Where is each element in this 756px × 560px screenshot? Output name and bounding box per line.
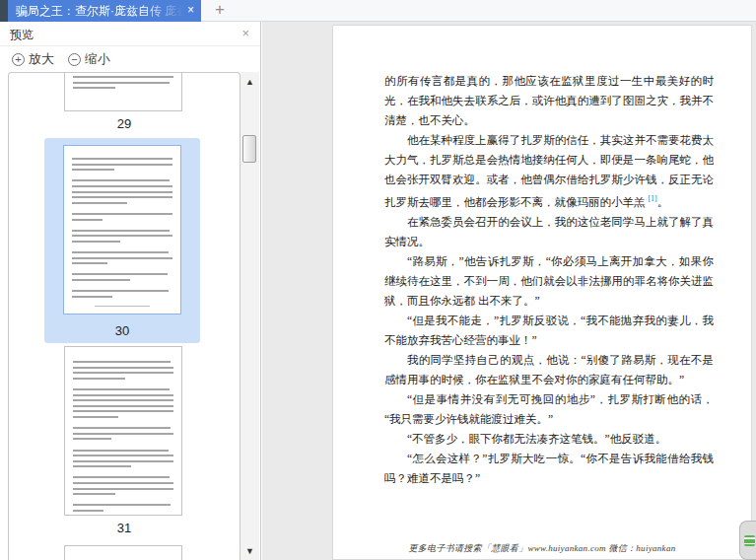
thumbnail-text-line xyxy=(73,460,173,462)
preview-sidebar: 预览 × + 放大 − 缩小 29 30 31 ▲ xyxy=(0,22,261,560)
page-paragraphs: 的所有传言都是真的，那他应该在监狱里度过一生中最美好的时光，在我和他失去联系之后… xyxy=(384,71,714,538)
tab-title: 骗局之王：查尔斯·庞兹自传 庞兹 xyxy=(16,0,184,22)
thumbnail-text-line xyxy=(72,202,127,204)
sidebar-scrollbar[interactable]: ▲ ▼ xyxy=(241,72,259,560)
paragraph: 的所有传言都是真的，那他应该在监狱里度过一生中最美好的时光，在我和他失去联系之后… xyxy=(384,71,714,130)
zoom-toolbar: + 放大 − 缩小 xyxy=(0,46,260,72)
thumbnail-text-line xyxy=(72,191,172,193)
thumbnail-text-line xyxy=(72,257,172,259)
tab-book[interactable]: 骗局之王：查尔斯·庞兹自传 庞兹 × xyxy=(8,0,201,22)
page-number-label: 30 xyxy=(44,323,200,338)
scroll-down-icon[interactable]: ▼ xyxy=(241,546,259,556)
thumbnail-text-line xyxy=(73,410,173,412)
reading-pane: 的所有传言都是真的，那他应该在监狱里度过一生中最美好的时光，在我和他失去联系之后… xyxy=(262,22,756,560)
paragraph: 我的同学坚持自己的观点，他说：“别傻了路易斯，现在不是感情用事的时候，你在监狱里… xyxy=(384,350,714,389)
thumbnail-text-line xyxy=(73,465,131,467)
thumbnail-text-line xyxy=(73,455,173,456)
paragraph: 在紧急委员会召开的会议上，我的这位老同学马上就了解了真实情况。 xyxy=(384,212,714,251)
thumbnail-text-line xyxy=(73,433,173,435)
thumbnail-text-line xyxy=(73,476,170,478)
thumbnail-text-line xyxy=(72,179,170,181)
thumbnail-text-line xyxy=(73,427,171,429)
thumbnail-text-line xyxy=(72,164,172,166)
thumbnail-text-line xyxy=(72,262,107,264)
scroll-up-icon[interactable]: ▲ xyxy=(241,77,259,87)
document-page: 的所有传言都是真的，那他应该在监狱里度过一生中最美好的时光，在我和他失去联系之后… xyxy=(332,25,752,560)
page-number-label: 29 xyxy=(9,116,240,131)
thumbnail-text-line xyxy=(73,76,173,78)
new-tab-button[interactable]: + xyxy=(210,0,230,22)
thumbnail-text-line xyxy=(72,196,172,198)
thumbnail-text-line xyxy=(73,510,103,512)
thumbnail-text-line xyxy=(73,488,173,490)
thumbnail-page-31[interactable] xyxy=(64,346,182,516)
tab-bar: 骗局之王：查尔斯·庞兹自传 庞兹 × + xyxy=(0,0,756,22)
thumbnail-text-line xyxy=(73,416,118,418)
thumbnail-text-line xyxy=(73,482,173,484)
paragraph: “不管多少，眼下你都无法凑齐这笔钱。”他反驳道。 xyxy=(384,429,714,449)
thumbnail-text-line xyxy=(73,87,115,89)
thumbnail-selection-highlight[interactable]: 30 xyxy=(44,138,200,343)
thumbnail-text-line xyxy=(72,158,172,160)
thumbnail-text-line xyxy=(73,388,170,390)
thumbnail-text-line xyxy=(73,82,170,84)
paragraph: “但是我不能走，”扎罗斯反驳说，“我不能抛弃我的妻儿，我不能放弃我苦心经营的事业… xyxy=(384,311,714,350)
thumbnail-text-line xyxy=(72,185,172,187)
thumbnail-text-line xyxy=(72,235,172,237)
scrollbar-thumb[interactable] xyxy=(242,135,256,163)
footnote-ref[interactable]: [1] xyxy=(648,194,656,203)
thumbnail-text-line xyxy=(73,504,171,506)
zoom-in-icon: + xyxy=(12,53,25,66)
thumbnail-text-line xyxy=(72,213,172,215)
thumbnail-text-line xyxy=(73,450,169,452)
thumbnail-text-line xyxy=(73,493,115,495)
zoom-out-label: 缩小 xyxy=(85,50,110,68)
thumbnail-footer-line xyxy=(95,306,150,308)
sidebar-title: 预览 xyxy=(10,27,34,43)
thumbnail-text-line xyxy=(73,438,111,440)
paragraph: “路易斯，”他告诉扎罗斯，“你必须马上离开加拿大，如果你继续待在这里，不到一周，… xyxy=(384,251,714,311)
paragraph: 他在某种程度上赢得了扎罗斯的信任，其实这并不需要花费太大力气，扎罗斯总是会热情地… xyxy=(384,130,714,212)
widget-icon xyxy=(744,535,755,546)
thumbnail-text-line xyxy=(72,290,169,292)
thumbnail-text-line xyxy=(73,394,173,396)
zoom-in-button[interactable]: + 放大 xyxy=(12,50,54,68)
thumbnail-text-line xyxy=(72,219,103,221)
thumbnail-list: 29 30 31 xyxy=(8,72,241,560)
page-footer-text: 更多电子书请搜索「慧眼看」www.huiyankan.com 微信：huiyan… xyxy=(333,542,751,555)
thumbnail-text-line xyxy=(72,251,169,253)
thumbnail-text-line xyxy=(73,367,173,369)
thumbnail-text-line xyxy=(73,405,173,407)
zoom-in-label: 放大 xyxy=(29,50,54,68)
page-number-label: 31 xyxy=(9,521,240,535)
thumbnail-text-line xyxy=(72,230,170,232)
window-edge xyxy=(0,0,8,22)
sidebar-header: 预览 × xyxy=(0,22,260,46)
tab-close-icon[interactable]: × xyxy=(184,0,197,22)
paragraph: “但是事情并没有到无可挽回的地步”，扎罗斯打断他的话，“我只需要少许钱就能渡过难… xyxy=(384,389,714,429)
zoom-out-icon: − xyxy=(68,53,81,66)
thumbnail-page-partial[interactable] xyxy=(64,545,182,560)
side-widget-handle[interactable] xyxy=(739,521,756,560)
thumbnail-text-line xyxy=(73,361,171,363)
thumbnail-text-line xyxy=(72,169,114,171)
thumbnail-text-line xyxy=(73,378,125,380)
thumbnail-text-line xyxy=(72,279,130,281)
thumbnail-text-line xyxy=(72,296,112,298)
thumbnail-text-line xyxy=(73,372,173,374)
thumbnail-page-30-selected[interactable] xyxy=(63,145,181,315)
sidebar-close-icon[interactable]: × xyxy=(241,26,249,40)
zoom-out-button[interactable]: − 缩小 xyxy=(68,50,110,68)
thumbnail-text-line xyxy=(72,241,120,243)
thumbnail-text-line xyxy=(73,399,173,401)
thumbnail-page-29[interactable] xyxy=(64,73,182,111)
thumbnail-text-line xyxy=(72,273,168,275)
paragraph: “怎么会这样？”扎罗斯大吃一惊。“你不是告诉我能借给我钱吗？难道不是吗？” xyxy=(384,449,714,488)
app-window: 骗局之王：查尔斯·庞兹自传 庞兹 × + 预览 × + 放大 − 缩小 29 xyxy=(0,0,756,560)
